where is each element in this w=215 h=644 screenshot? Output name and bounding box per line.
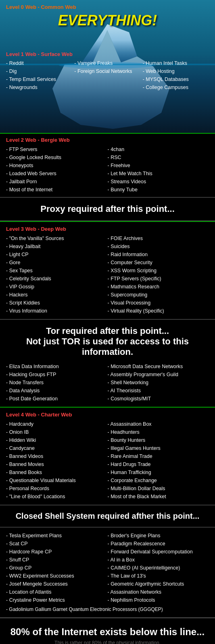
list-item: VIP Gossip: [6, 283, 108, 291]
surface-col3: Human Intel Tasks Web Hosting MYSQL Data…: [143, 59, 209, 91]
bergie-col1: FTP Servers Google Locked Results Honeyp…: [6, 145, 108, 194]
list-item: Celebrity Scandals: [6, 275, 108, 283]
list-item: Rare Animal Trade: [108, 452, 209, 460]
level1-label: Level 1 Web - Surface Web: [6, 51, 209, 57]
list-item: Newgrounds: [6, 83, 72, 91]
list-item: Assasination Networks: [108, 588, 209, 596]
list-item: Josef Mengele Successes: [6, 580, 108, 588]
tor-items: Eliza Data Information Hacking Groups FT…: [6, 362, 209, 403]
list-item: Microsoft Data Secure Networks: [108, 362, 209, 371]
list-item: Assembly Programmer's Guild: [108, 371, 209, 379]
list-item: Let Me Watch This: [108, 170, 209, 178]
level3-label: Level 3 Web - Deep Web: [6, 226, 209, 232]
list-item: AI in a Box: [108, 556, 209, 564]
gggqep-item: Gadolinium Gallium Garnet Quantum Electr…: [6, 606, 209, 613]
list-item: Streams Videos: [108, 178, 209, 186]
list-item: Suicides: [108, 242, 209, 251]
list-item: FOIE Archives: [108, 234, 209, 242]
list-item: Headhunters: [108, 428, 209, 436]
list-item: Dig: [6, 67, 72, 75]
list-item: Hidden Wiki: [6, 436, 108, 444]
list-item: Group CP: [6, 564, 108, 572]
list-item: WW2 Experiment Successes: [6, 572, 108, 580]
list-item: Snuff CP: [6, 556, 108, 564]
list-item: Virus Information: [6, 307, 108, 315]
list-item: Forward Derivatal Supercomputation: [108, 548, 209, 556]
surface-items: Reddit Dig Temp Email Services Newground…: [6, 59, 209, 91]
list-item: Honeypots: [6, 162, 108, 170]
list-item: Reddit: [6, 59, 72, 67]
list-item: Crystaline Power Metrics: [6, 596, 108, 604]
list-item: Sex Tapes: [6, 267, 108, 275]
list-item: Web Hosting: [143, 67, 209, 75]
closed-shell-section: Tesla Experiment Plans Scat CP Hardcore …: [0, 528, 215, 617]
list-item: Supercomputing: [108, 291, 209, 299]
list-item: Foreign Social Networks: [74, 67, 140, 75]
list-item: Tesla Experiment Plans: [6, 532, 108, 540]
list-item: Human Intel Tasks: [143, 59, 209, 67]
closed-shell-col2: Broder's Engine Plans Paradigm Recalesce…: [108, 532, 209, 604]
list-item: CAIMEO (AI Superintelligence): [108, 564, 209, 572]
proxy-divider: Proxy required after this point...: [0, 197, 215, 221]
list-item: Data Analysis: [6, 387, 108, 395]
list-item: "Line of Blood" Locations: [6, 493, 108, 501]
list-item: Assassination Box: [108, 420, 209, 428]
list-item: Personal Records: [6, 485, 108, 493]
list-item: Candycane: [6, 444, 108, 452]
level4-section: Level 4 Web - Charter Web Hardcandy Onio…: [0, 407, 215, 505]
list-item: Loaded Web Servers: [6, 170, 108, 178]
list-item: Gore: [6, 259, 108, 267]
charter-col1: Hardcandy Onion IB Hidden Wiki Candycane…: [6, 420, 108, 501]
list-item: Shell Networking: [108, 379, 209, 387]
list-item: Banned Movies: [6, 460, 108, 468]
closed-shell-col1: Tesla Experiment Plans Scat CP Hardcore …: [6, 532, 108, 604]
list-item: Onion IB: [6, 428, 108, 436]
surface-col1: Reddit Dig Temp Email Services Newground…: [6, 59, 72, 91]
tor-items-section: Eliza Data Information Hacking Groups FT…: [0, 359, 215, 407]
list-item: Post Date Generation: [6, 395, 108, 403]
closed-shell-items: Tesla Experiment Plans Scat CP Hardcore …: [6, 532, 209, 604]
deep-col1: "On the Vanilla" Sources Heavy Jailbait …: [6, 234, 108, 315]
iceberg-header: Level 0 Web - Common Web EVERYTHING! Lev…: [0, 0, 215, 133]
tor-col1: Eliza Data Information Hacking Groups FT…: [6, 362, 108, 403]
list-item: Light CP: [6, 251, 108, 259]
list-item: Node Transfers: [6, 379, 108, 387]
deep-col2: FOIE Archives Suicides Raid Information …: [108, 234, 209, 315]
list-item: Scat CP: [6, 540, 108, 548]
list-item: Illegal Games Hunters: [108, 444, 209, 452]
tor-col2: Microsoft Data Secure Networks Assembly …: [108, 362, 209, 403]
level0-label: Level 0 Web - Common Web: [6, 4, 209, 10]
bergie-col2: 4chan RSC Freehive Let Me Watch This Str…: [108, 145, 209, 194]
list-item: Jailbait Porn: [6, 178, 108, 186]
list-item: Broder's Engine Plans: [108, 532, 209, 540]
list-item: Banned Videos: [6, 452, 108, 460]
list-item: Raid Information: [108, 251, 209, 259]
list-item: AI Theorisists: [108, 387, 209, 395]
list-item: Human Trafficking: [108, 468, 209, 476]
list-item: Hard Drugs Trade: [108, 460, 209, 468]
list-item: College Campuses: [143, 83, 209, 91]
list-item: Vampire Freaks: [74, 59, 140, 67]
list-item: FTP Servers (Specific): [108, 275, 209, 283]
tor-divider: Tor required after this point... Not jus…: [0, 319, 215, 359]
list-item: Script Kiddies: [6, 299, 108, 307]
list-item: Location of Atlantis: [6, 588, 108, 596]
list-item: Bunny Tube: [108, 186, 209, 194]
list-item: Heavy Jailbait: [6, 242, 108, 251]
iceberg-content: Level 0 Web - Common Web EVERYTHING! Lev…: [6, 4, 209, 91]
list-item: MYSQL Databases: [143, 75, 209, 83]
list-item: Banned Books: [6, 468, 108, 476]
eighty-main-text: 80% of the Internet exists below this li…: [6, 626, 209, 638]
list-item: FTP Servers: [6, 145, 108, 153]
list-item: Corporate Exchange: [108, 476, 209, 485]
list-item: Most of the Internet: [6, 186, 108, 194]
list-item: Hardcore Rape CP: [6, 548, 108, 556]
list-item: 4chan: [108, 145, 209, 153]
list-item: Hackers: [6, 291, 108, 299]
shell-divider: Closed Shell System required afther this…: [0, 505, 215, 528]
list-item: Bounty Hunters: [108, 436, 209, 444]
level3-section: Level 3 Web - Deep Web "On the Vanilla" …: [0, 221, 215, 319]
level2-label: Level 2 Web - Bergie Web: [6, 137, 209, 143]
list-item: Freehive: [108, 162, 209, 170]
list-item: Mathmatics Research: [108, 283, 209, 291]
